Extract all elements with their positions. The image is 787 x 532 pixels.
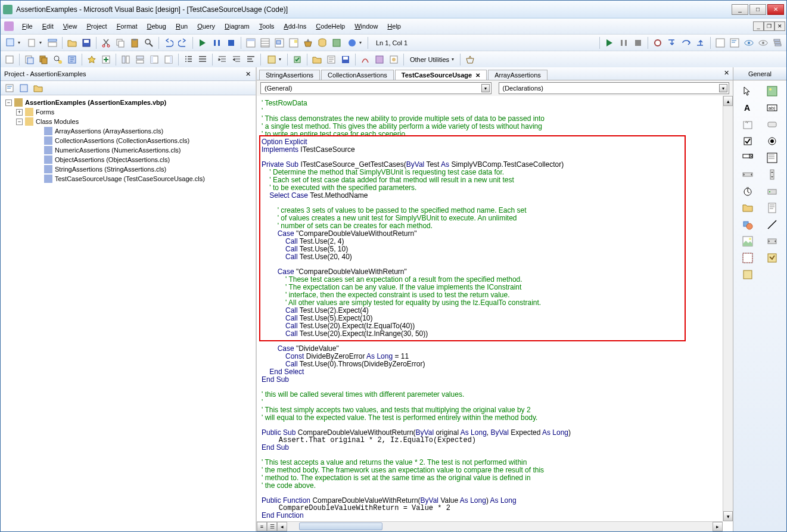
outdent-button[interactable] bbox=[230, 53, 243, 66]
tab-testcasesourceusage[interactable]: TestCaseSourceUsage✕ bbox=[395, 70, 487, 80]
object-browser-button[interactable] bbox=[287, 36, 300, 49]
minimize-button[interactable]: _ bbox=[732, 4, 748, 15]
toolbox-header[interactable]: General bbox=[733, 67, 786, 80]
watch-button[interactable] bbox=[742, 36, 755, 49]
undo-button[interactable] bbox=[162, 36, 175, 49]
tree-classmodules-node[interactable]: Class Modules bbox=[36, 118, 79, 125]
paste-button[interactable] bbox=[128, 36, 141, 49]
step-over-button[interactable] bbox=[680, 36, 693, 49]
menu-editor-button[interactable] bbox=[46, 36, 59, 49]
custom-tool-2[interactable] bbox=[741, 267, 755, 282]
scroll-left-button[interactable]: ◂ bbox=[277, 522, 287, 531]
other-utilities-dropdown[interactable]: Other Utilities▾ bbox=[407, 53, 457, 66]
optionbutton-tool[interactable] bbox=[765, 134, 779, 148]
tb2-btn-6[interactable] bbox=[85, 53, 98, 66]
vcm-button[interactable] bbox=[330, 36, 343, 49]
locals-button[interactable] bbox=[714, 36, 727, 49]
close-button[interactable]: ✕ bbox=[767, 4, 784, 15]
procedure-view-button[interactable]: ≡ bbox=[257, 522, 267, 531]
tree-twister[interactable]: − bbox=[16, 119, 23, 125]
view-object-button[interactable] bbox=[17, 82, 30, 95]
tb2-dropdown-1[interactable]: ▾ bbox=[264, 53, 284, 66]
tb2-btn-16[interactable] bbox=[244, 53, 257, 66]
step-into-button[interactable] bbox=[665, 36, 679, 49]
find-button[interactable] bbox=[142, 36, 155, 49]
label-tool[interactable]: A bbox=[741, 101, 755, 115]
tab-arrayassertions[interactable]: ArrayAssertions bbox=[488, 70, 548, 80]
commandbutton-tool[interactable] bbox=[765, 117, 779, 132]
textbox-tool[interactable]: ab| bbox=[765, 101, 779, 115]
data-tool[interactable] bbox=[765, 234, 779, 248]
end-button[interactable] bbox=[225, 36, 238, 49]
project-panel-close-button[interactable]: ✕ bbox=[244, 70, 252, 78]
tab-collectionassertions[interactable]: CollectionAssertions bbox=[321, 70, 394, 80]
debug-break-button[interactable] bbox=[617, 36, 630, 49]
tb2-btn-18[interactable] bbox=[310, 53, 323, 66]
menu-query[interactable]: Query bbox=[192, 21, 220, 32]
dirlistbox-tool[interactable] bbox=[741, 201, 755, 215]
open-button[interactable] bbox=[66, 36, 79, 49]
tb2-btn-23[interactable] bbox=[387, 53, 400, 66]
view-code-button[interactable] bbox=[3, 82, 16, 95]
checkbox-tool[interactable] bbox=[741, 134, 755, 148]
project-explorer-button[interactable] bbox=[244, 36, 257, 49]
drivelistbox-tool[interactable] bbox=[765, 184, 779, 198]
image-tool[interactable] bbox=[741, 234, 755, 248]
save-button[interactable] bbox=[80, 36, 93, 49]
toolbox-button[interactable] bbox=[301, 36, 315, 49]
menu-view[interactable]: View bbox=[58, 21, 82, 32]
tree-class-node[interactable]: CollectionAssertions (CollectionAssertio… bbox=[55, 137, 189, 144]
hscroll-thumb[interactable] bbox=[299, 522, 382, 530]
tabs-close-button[interactable]: ✕ bbox=[724, 69, 729, 77]
immediate-button[interactable] bbox=[728, 36, 741, 49]
tree-project-node[interactable]: AssertionExamples (AssertionExamples.vbp… bbox=[25, 99, 166, 106]
line-tool[interactable] bbox=[765, 217, 779, 232]
debug-start-button[interactable] bbox=[603, 36, 616, 49]
indent-button[interactable] bbox=[216, 53, 229, 66]
start-button[interactable] bbox=[196, 36, 209, 49]
picturebox-tool[interactable] bbox=[765, 84, 779, 98]
maximize-button[interactable]: □ bbox=[749, 4, 766, 15]
break-button[interactable] bbox=[210, 36, 223, 49]
tree-class-node[interactable]: ArrayAssertions (ArrayAssertions.cls) bbox=[55, 127, 163, 135]
menu-diagram[interactable]: Diagram bbox=[220, 21, 254, 32]
tb2-btn-19[interactable] bbox=[325, 53, 338, 66]
vscrollbar-tool[interactable] bbox=[765, 167, 779, 182]
combobox-tool[interactable] bbox=[741, 151, 755, 165]
menu-codehelp[interactable]: CodeHelp bbox=[311, 21, 350, 32]
tb2-btn-8[interactable] bbox=[119, 53, 132, 66]
tb2-btn-9[interactable] bbox=[133, 53, 147, 66]
tb2-btn-4[interactable] bbox=[51, 53, 64, 66]
add-form-dropdown[interactable]: ▾ bbox=[3, 36, 23, 49]
tree-class-node[interactable]: TestCaseSourceUsage (TestCaseSourceUsage… bbox=[55, 175, 205, 182]
frame-tool[interactable]: xy bbox=[741, 117, 755, 132]
scroll-down-button[interactable]: ▾ bbox=[723, 511, 733, 521]
menu-file[interactable]: File bbox=[17, 21, 38, 32]
tb2-btn-22[interactable] bbox=[373, 53, 386, 66]
mdi-minimize-button[interactable]: _ bbox=[753, 21, 764, 31]
code-editor[interactable]: ' TestRowData ' ' This class demonstrate… bbox=[257, 96, 723, 521]
tb2-btn-10[interactable] bbox=[148, 53, 161, 66]
full-module-view-button[interactable]: ☰ bbox=[267, 522, 277, 531]
debug-end-button[interactable] bbox=[632, 36, 645, 49]
breakpoint-button[interactable] bbox=[651, 36, 664, 49]
tree-twister[interactable]: − bbox=[5, 99, 12, 106]
tb2-btn-7[interactable] bbox=[99, 53, 113, 66]
menu-project[interactable]: Project bbox=[82, 21, 111, 32]
pointer-tool[interactable] bbox=[741, 84, 755, 98]
hscrollbar-tool[interactable] bbox=[741, 167, 755, 182]
project-tree[interactable]: −AssertionExamples (AssertionExamples.vb… bbox=[1, 95, 256, 531]
tb2-btn-13[interactable] bbox=[196, 53, 209, 66]
call-stack-button[interactable] bbox=[771, 36, 784, 49]
step-out-button[interactable] bbox=[694, 36, 707, 49]
properties-button[interactable] bbox=[259, 36, 272, 49]
data-view-button[interactable] bbox=[316, 36, 329, 49]
tb2-btn-3[interactable] bbox=[37, 53, 50, 66]
redo-button[interactable] bbox=[176, 36, 189, 49]
shape-tool[interactable] bbox=[741, 217, 755, 232]
quick-watch-button[interactable] bbox=[757, 36, 770, 49]
horizontal-scrollbar[interactable]: ≡ ☰ ◂ ▸ bbox=[257, 521, 723, 531]
tb2-btn-20[interactable] bbox=[339, 53, 352, 66]
tb2-btn-1[interactable] bbox=[3, 53, 16, 66]
tree-forms-node[interactable]: Forms bbox=[36, 108, 54, 116]
